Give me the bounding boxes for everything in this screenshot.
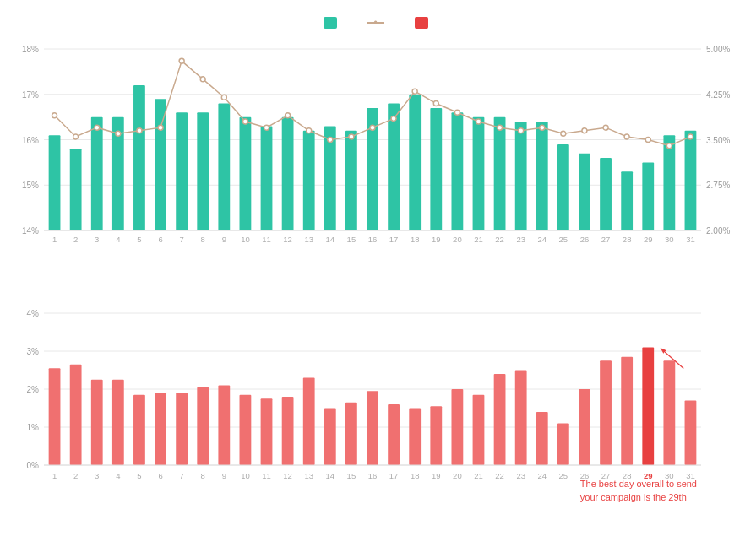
svg-text:24: 24 [537,471,547,480]
svg-rect-35 [685,131,697,230]
svg-text:20: 20 [453,235,462,244]
svg-text:17: 17 [389,471,399,480]
svg-rect-142 [345,403,357,465]
svg-text:22: 22 [495,471,504,480]
svg-text:23: 23 [516,471,525,480]
svg-text:1: 1 [52,235,57,244]
svg-text:31: 31 [686,235,695,244]
svg-text:2%: 2% [27,385,40,394]
svg-text:9: 9 [222,235,226,244]
legend-click-rate [367,22,389,24]
svg-text:16: 16 [368,471,378,480]
page-container: 18%17%16%15%14%5.00%4.25%3.50%2.75%2.00%… [0,0,756,536]
svg-point-44 [221,95,226,100]
svg-point-49 [328,138,333,143]
svg-point-48 [307,128,312,133]
svg-rect-120 [112,380,124,465]
svg-rect-152 [451,389,463,465]
chart1-svg: 18%17%16%15%14%5.00%4.25%3.50%2.75%2.00%… [8,41,748,256]
svg-text:5: 5 [137,235,141,244]
svg-text:21: 21 [474,471,483,480]
svg-rect-11 [176,112,188,230]
svg-text:25: 25 [559,471,568,480]
svg-rect-21 [388,104,400,231]
svg-rect-31 [600,158,612,230]
svg-point-41 [158,125,163,130]
svg-rect-24 [451,112,463,230]
svg-text:5.00%: 5.00% [706,45,730,54]
svg-text:6: 6 [158,471,162,480]
svg-text:2.00%: 2.00% [706,226,730,236]
svg-point-64 [645,138,650,143]
svg-rect-130 [218,386,230,466]
svg-rect-118 [91,380,103,465]
svg-point-65 [666,143,672,149]
svg-rect-23 [430,108,442,230]
svg-point-63 [624,134,629,139]
svg-rect-140 [324,409,336,466]
svg-rect-13 [218,104,230,231]
svg-text:21: 21 [474,235,483,244]
annotation-text: The best day overall to sendyour campaig… [580,478,697,504]
svg-text:28: 28 [623,235,632,244]
svg-rect-134 [261,399,273,466]
svg-rect-12 [197,112,209,230]
svg-text:5: 5 [137,471,141,480]
svg-rect-162 [557,424,569,466]
svg-point-66 [688,134,693,139]
svg-text:26: 26 [580,235,590,244]
svg-point-43 [200,77,205,82]
svg-rect-136 [282,397,294,465]
svg-text:6: 6 [158,235,162,244]
svg-text:3: 3 [95,235,99,244]
svg-text:13: 13 [304,471,313,480]
svg-rect-170 [642,348,654,466]
svg-point-62 [603,125,608,130]
svg-text:19: 19 [432,235,441,244]
svg-rect-5 [49,135,61,230]
svg-rect-17 [303,131,315,230]
svg-point-56 [476,119,481,124]
svg-rect-30 [579,154,590,230]
svg-text:22: 22 [495,235,504,244]
svg-rect-10 [155,99,166,230]
svg-point-39 [116,131,121,136]
svg-rect-160 [536,412,548,465]
legend-open-rate [324,17,342,29]
chart1-area: 18%17%16%15%14%5.00%4.25%3.50%2.75%2.00%… [8,41,748,296]
svg-text:30: 30 [665,235,674,244]
svg-point-45 [242,119,247,124]
svg-rect-122 [133,395,145,465]
svg-text:1%: 1% [27,423,40,432]
svg-rect-34 [663,135,675,230]
svg-text:11: 11 [262,471,271,480]
svg-text:4: 4 [116,235,120,244]
svg-rect-26 [494,117,506,230]
svg-rect-16 [282,117,294,230]
svg-point-59 [540,125,545,130]
svg-rect-154 [473,395,485,465]
svg-text:14%: 14% [22,226,39,236]
svg-rect-164 [579,389,590,465]
svg-text:17%: 17% [22,90,39,100]
svg-rect-32 [621,171,633,230]
svg-rect-156 [494,374,506,465]
svg-text:16%: 16% [22,136,39,145]
svg-point-40 [137,128,142,133]
svg-point-61 [582,128,587,133]
svg-rect-28 [536,122,548,230]
svg-point-37 [73,134,79,139]
svg-text:15%: 15% [22,181,39,190]
svg-text:19: 19 [432,471,441,480]
svg-point-58 [519,128,524,133]
svg-text:15: 15 [347,235,356,244]
svg-rect-7 [91,117,103,230]
svg-rect-29 [557,144,569,230]
svg-text:25: 25 [559,235,568,244]
svg-rect-174 [685,401,697,466]
svg-text:13: 13 [304,235,313,244]
svg-text:20: 20 [453,471,462,480]
svg-rect-19 [345,131,357,230]
svg-rect-166 [600,361,612,466]
svg-rect-138 [303,378,315,466]
